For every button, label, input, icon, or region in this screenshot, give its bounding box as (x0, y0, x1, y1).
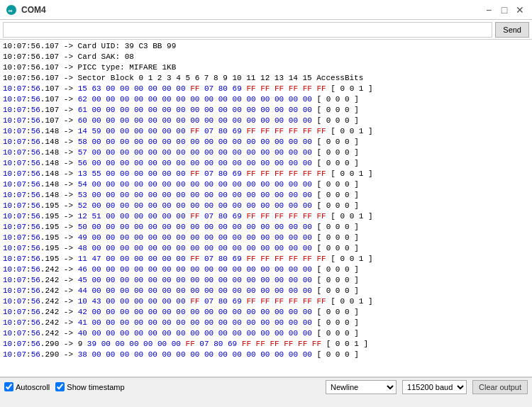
output-line: 10:07:56.148 -> 57 00 00 00 00 00 00 00 … (3, 147, 529, 158)
output-line: 10:07:56.242 -> 46 00 00 00 00 00 00 00 … (3, 264, 529, 275)
output-line: 10:07:56.195 -> 48 00 00 00 00 00 00 00 … (3, 243, 529, 254)
timestamp-label[interactable]: Show timestamp (55, 382, 124, 391)
autoscroll-checkbox[interactable] (4, 382, 13, 391)
send-button[interactable]: Send (495, 22, 529, 38)
output-line: 10:07:56.107 -> PICC type: MIFARE 1KB (3, 62, 529, 73)
output-line: 10:07:56.107 -> Card SAK: 08 (3, 52, 529, 62)
maximize-button[interactable]: □ (498, 4, 511, 16)
output-line: 10:07:56.107 -> 62 00 00 00 00 00 00 00 … (3, 94, 529, 105)
output-line: 10:07:56.242 -> 44 00 00 00 00 00 00 00 … (3, 286, 529, 296)
output-line: 10:07:56.290 -> 38 00 00 00 00 00 00 00 … (3, 350, 529, 360)
output-line: 10:07:56.107 -> 15 63 00 00 00 00 00 00 … (3, 84, 529, 94)
toolbar: Send (0, 20, 532, 40)
app-icon: ∞ (6, 4, 17, 16)
output-line: 10:07:56.242 -> 42 00 00 00 00 00 00 00 … (3, 307, 529, 318)
title-bar-left: ∞ COM4 (6, 4, 46, 16)
output-line: 10:07:56.148 -> 14 59 00 00 00 00 00 00 … (3, 126, 529, 137)
newline-select[interactable]: Newline No line ending Carriage return B… (326, 380, 397, 394)
output-line: 10:07:56.195 -> 50 00 00 00 00 00 00 00 … (3, 222, 529, 233)
minimize-button[interactable]: − (482, 4, 495, 16)
timestamp-text: Show timestamp (67, 383, 124, 391)
output-line: 10:07:56.195 -> 11 47 00 00 00 00 00 00 … (3, 254, 529, 264)
autoscroll-label[interactable]: Autoscroll (4, 382, 50, 391)
output-line: 10:07:56.290 -> 9 39 00 00 00 00 00 00 F… (3, 339, 529, 350)
output-line: 10:07:56.242 -> 41 00 00 00 00 00 00 00 … (3, 318, 529, 328)
output-line: 10:07:56.107 -> 61 00 00 00 00 00 00 00 … (3, 105, 529, 116)
output-line: 10:07:56.195 -> 52 00 00 00 00 00 00 00 … (3, 201, 529, 211)
output-line: 10:07:56.148 -> 54 00 00 00 00 00 00 00 … (3, 179, 529, 190)
output-line: 10:07:56.242 -> 45 00 00 00 00 00 00 00 … (3, 275, 529, 286)
output-line: 10:07:56.195 -> 49 00 00 00 00 00 00 00 … (3, 233, 529, 243)
title-controls: − □ ✕ (482, 4, 526, 16)
send-input[interactable] (3, 22, 492, 38)
output-line: 10:07:56.242 -> 40 00 00 00 00 00 00 00 … (3, 328, 529, 339)
output-line: 10:07:56.107 -> Card UID: 39 C3 BB 99 (3, 41, 529, 52)
title-bar: ∞ COM4 − □ ✕ (0, 0, 532, 20)
close-button[interactable]: ✕ (514, 4, 526, 16)
window-title: COM4 (21, 5, 46, 15)
baud-select[interactable]: 9600 baud 19200 baud 38400 baud 57600 ba… (402, 380, 467, 394)
output-line: 10:07:56.148 -> 58 00 00 00 00 00 00 00 … (3, 137, 529, 147)
timestamp-checkbox[interactable] (55, 382, 65, 391)
window-container: ∞ COM4 − □ ✕ Send 10:07:56.107 -> Card U… (0, 0, 532, 396)
clear-output-button[interactable]: Clear output (472, 380, 528, 394)
output-line: 10:07:56.195 -> 12 51 00 00 00 00 00 00 … (3, 211, 529, 222)
output-line: 10:07:56.107 -> 60 00 00 00 00 00 00 00 … (3, 116, 529, 126)
svg-text:∞: ∞ (9, 8, 13, 15)
output-line: 10:07:56.107 -> Sector Block 0 1 2 3 4 5… (3, 73, 529, 84)
output-area[interactable]: 10:07:56.107 -> Card UID: 39 C3 BB 9910:… (0, 40, 532, 377)
output-line: 10:07:56.148 -> 53 00 00 00 00 00 00 00 … (3, 190, 529, 201)
autoscroll-text: Autoscroll (16, 383, 50, 391)
output-line: 10:07:56.242 -> 10 43 00 00 00 00 00 00 … (3, 296, 529, 307)
output-line: 10:07:56.148 -> 13 55 00 00 00 00 00 00 … (3, 169, 529, 179)
status-bar: Autoscroll Show timestamp Newline No lin… (0, 377, 532, 396)
output-line: 10:07:56.148 -> 56 00 00 00 00 00 00 00 … (3, 158, 529, 169)
